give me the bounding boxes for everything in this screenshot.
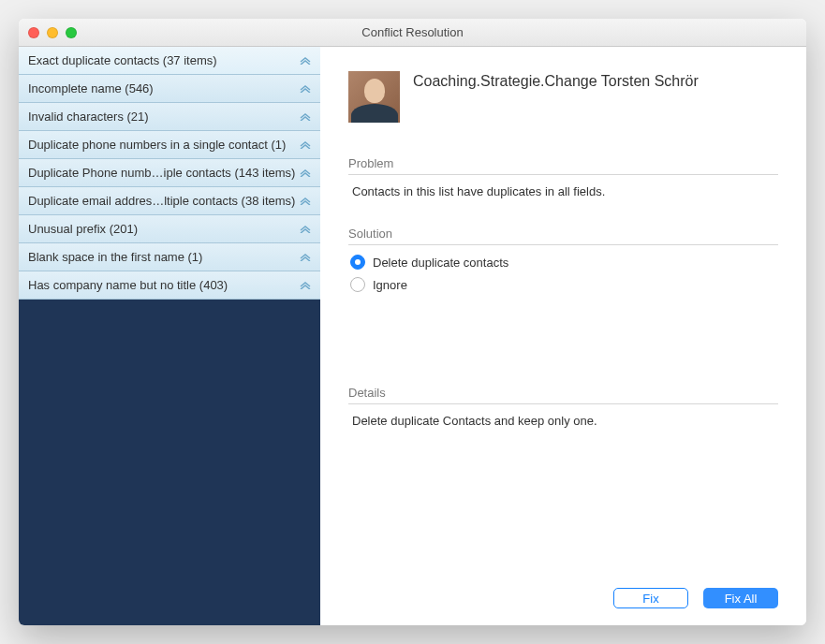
collapse-icon [300,252,311,263]
collapse-icon [300,168,311,179]
fix-all-button[interactable]: Fix All [703,588,778,608]
sidebar-item-label: Duplicate Phone numb…iple contacts (143 … [28,166,295,180]
details-text: Delete duplicate Contacts and keep only … [348,414,778,428]
radio-ignore[interactable]: Ignore [350,277,778,292]
contact-header: Coaching.Strategie.Change Torsten Schrör [348,66,778,123]
sidebar-item-exact-duplicates[interactable]: Exact duplicate contacts (37 items) [19,47,320,75]
contact-name: Coaching.Strategie.Change Torsten Schrör [413,71,699,90]
close-button[interactable] [28,27,39,38]
sidebar-item-label: Invalid characters (21) [28,110,149,124]
sidebar-item-label: Unusual prefix (201) [28,222,138,236]
radio-label: Delete duplicate contacts [373,256,508,270]
collapse-icon [300,280,311,291]
radio-delete-duplicates[interactable]: Delete duplicate contacts [350,255,778,270]
sidebar-item-blank-space[interactable]: Blank space in the first name (1) [19,243,320,271]
details-header: Details [348,386,778,404]
detail-pane: Coaching.Strategie.Change Torsten Schrör… [320,47,806,625]
collapse-icon [300,83,311,95]
radio-icon [350,255,365,270]
sidebar-item-unusual-prefix[interactable]: Unusual prefix (201) [19,215,320,243]
sidebar-item-label: Incomplete name (546) [28,81,154,95]
sidebar-item-label: Duplicate email addres…ltiple contacts (… [28,194,295,208]
radio-label: Ignore [373,278,407,292]
sidebar-item-label: Has company name but no title (403) [28,278,228,292]
sidebar: Exact duplicate contacts (37 items) Inco… [19,47,320,625]
sidebar-item-duplicate-phone-multiple[interactable]: Duplicate Phone numb…iple contacts (143 … [19,159,320,187]
fix-button[interactable]: Fix [613,588,688,608]
collapse-icon [300,55,311,66]
sidebar-item-company-no-title[interactable]: Has company name but no title (403) [19,271,320,300]
radio-icon [350,277,365,292]
collapse-icon [300,139,311,151]
titlebar: Conflict Resolution [19,19,806,47]
solution-options: Delete duplicate contacts Ignore [348,255,778,292]
sidebar-item-duplicate-phone-single[interactable]: Duplicate phone numbers in a single cont… [19,131,320,159]
problem-text: Contacts in this list have duplicates in… [348,184,778,198]
problem-section: Problem Contacts in this list have dupli… [348,156,778,198]
problem-header: Problem [348,156,778,175]
collapse-icon [300,196,311,207]
solution-section: Solution Delete duplicate contacts Ignor… [348,227,778,292]
window-title: Conflict Resolution [19,25,806,39]
sidebar-item-invalid-characters[interactable]: Invalid characters (21) [19,103,320,131]
minimize-button[interactable] [47,27,58,38]
zoom-button[interactable] [66,27,77,38]
content: Exact duplicate contacts (37 items) Inco… [19,47,806,625]
collapse-icon [300,111,311,123]
sidebar-item-label: Blank space in the first name (1) [28,250,202,264]
traffic-lights [19,27,77,38]
collapse-icon [300,224,311,235]
sidebar-item-duplicate-email[interactable]: Duplicate email addres…ltiple contacts (… [19,187,320,215]
sidebar-item-label: Exact duplicate contacts (37 items) [28,53,217,67]
sidebar-item-label: Duplicate phone numbers in a single cont… [28,138,286,152]
sidebar-item-incomplete-name[interactable]: Incomplete name (546) [19,75,320,103]
avatar [348,71,400,123]
details-section: Details Delete duplicate Contacts and ke… [348,386,778,428]
button-row: Fix Fix All [613,588,778,608]
conflict-resolution-window: Conflict Resolution Exact duplicate cont… [19,19,806,625]
solution-header: Solution [348,227,778,245]
